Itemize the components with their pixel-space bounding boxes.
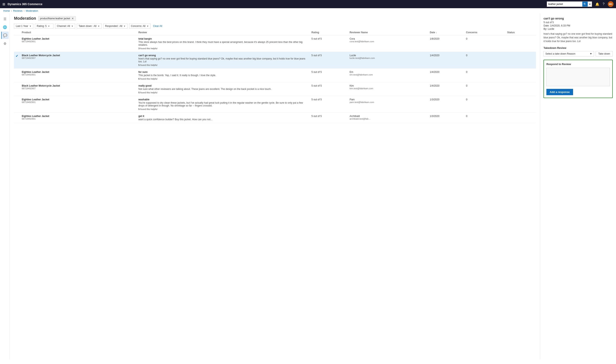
row-date: 1/3/2020 — [428, 113, 464, 123]
taken-down-filter-label: Taken down : All — [79, 25, 96, 27]
reviewer-email: lucile.test@fabrikam.com — [349, 57, 427, 59]
row-rating: 5 out of 5 — [310, 113, 348, 123]
product-name: Black Leather Motorcycle Jacket — [22, 54, 135, 57]
reviewer-name: Pam — [349, 98, 427, 101]
row-select-cell[interactable] — [14, 35, 20, 52]
table-row[interactable]: Eighties Leather Jacket68719492901washab… — [14, 96, 536, 113]
respond-section: Respond to Review Add a response — [544, 60, 613, 98]
row-status — [506, 68, 536, 82]
main-layout: ☰ 🌐 💬 ⚙ Moderation productName:leather j… — [0, 13, 616, 360]
col-date[interactable]: Date ↓ — [428, 30, 464, 35]
date-filter[interactable]: Last 1 Year ▼ — [14, 24, 33, 28]
panel-rating: 5 out of 5 — [544, 21, 613, 24]
top-search-bar: 🔍 ▼ — [547, 1, 592, 7]
col-rating: Rating — [310, 30, 348, 35]
reviewer-name: Kim — [349, 84, 427, 87]
table-row[interactable]: Eighties Leather Jacket68719492901total … — [14, 35, 536, 52]
panel-date: Date: 1/4/2020, 6:33 PM — [544, 24, 613, 27]
panel-by: By: Lucile — [544, 27, 613, 30]
sidebar-reviews-icon[interactable]: 💬 — [1, 32, 9, 39]
reviewer-email: em.test@fabrikam.com — [349, 73, 427, 76]
table-body: Eighties Leather Jacket68719492901total … — [14, 35, 536, 123]
product-id: 68719492907 — [22, 87, 135, 90]
avatar[interactable]: MG — [608, 1, 614, 7]
responded-filter-chevron: ▼ — [124, 25, 126, 27]
row-rating: 5 out of 5 — [310, 68, 348, 82]
review-body: This store always has the best prices on… — [138, 41, 308, 46]
breadcrumb-home[interactable]: Home — [3, 9, 10, 12]
row-status — [506, 52, 536, 68]
takedown-reason-select[interactable]: Select a take down Reason ▼ — [544, 51, 594, 56]
concerns-filter[interactable]: Concerns: All ▼ — [129, 24, 151, 28]
row-product: Eighties Leather Jacket68719492901 — [20, 68, 137, 82]
row-reviewer: Coracora.test@fabrikam.com — [348, 35, 428, 52]
filter-bar: Last 1 Year ▼ Rating: 5 ▼ Channel: All ▼… — [10, 22, 540, 30]
row-product: Black Leather Motorcycle Jacket687194929… — [20, 82, 137, 96]
grid-icon[interactable]: ⊞ — [2, 2, 5, 6]
row-status — [506, 96, 536, 113]
breadcrumb-sep-2: › — [24, 9, 25, 12]
channel-filter[interactable]: Channel: All ▼ — [55, 24, 75, 28]
top-search-dropdown[interactable]: ▼ — [588, 2, 592, 7]
clear-all-button[interactable]: Clear All — [153, 25, 162, 27]
col-status: Status — [506, 30, 536, 35]
row-status — [506, 35, 536, 52]
breadcrumb-moderation[interactable]: Moderation — [26, 9, 38, 12]
responded-filter[interactable]: Responded : All ▼ — [103, 24, 128, 28]
takedown-button[interactable]: Take down — [596, 51, 613, 56]
table-row[interactable]: Eighties Leather Jacket68719492901for su… — [14, 68, 536, 82]
app-title: Dynamics 365 Commerce — [8, 2, 544, 6]
taken-down-filter-chevron: ▼ — [98, 25, 100, 27]
row-concerns: 0 — [464, 113, 506, 123]
top-search-input[interactable] — [547, 3, 582, 6]
takedown-select-chevron: ▼ — [590, 52, 592, 55]
row-select-cell[interactable] — [14, 82, 20, 96]
top-search-button[interactable]: 🔍 — [582, 2, 588, 7]
row-select-cell[interactable] — [14, 96, 20, 113]
rating-filter[interactable]: Rating: 5 ▼ — [35, 24, 54, 28]
reviewer-name: Lucile — [349, 54, 427, 57]
col-product: Product — [20, 30, 137, 35]
review-body: want a quick confidence builder? Buy thi… — [138, 118, 308, 121]
row-select-cell[interactable]: ✔ — [14, 52, 20, 68]
takedown-section-title: Takedown Review — [544, 46, 613, 50]
row-status — [506, 113, 536, 123]
row-review: washableYou're supposed to dry clean the… — [137, 96, 310, 113]
row-select-cell[interactable] — [14, 68, 20, 82]
breadcrumb-sep-1: › — [11, 9, 12, 12]
row-review: get itwant a quick confidence builder? B… — [137, 113, 310, 123]
page-header: Moderation productName:leather jacket ✕ — [10, 13, 540, 22]
rating-filter-chevron: ▼ — [48, 25, 50, 27]
taken-down-filter[interactable]: Taken down : All ▼ — [77, 24, 102, 28]
filter-tag-close-icon[interactable]: ✕ — [71, 17, 74, 20]
review-body: This jacket is the bomb. Yep, I said it.… — [138, 74, 308, 77]
row-reviewer: Emem.test@fabrikam.com — [348, 68, 428, 82]
col-concerns: Concerns — [464, 30, 506, 35]
respond-textarea[interactable] — [546, 68, 610, 86]
sidebar-settings-icon[interactable]: ⚙ — [1, 40, 9, 47]
review-body: You're supposed to dry clean these jacke… — [138, 101, 308, 107]
bell-icon[interactable]: 🔔 — [595, 2, 599, 6]
sidebar-menu-icon[interactable]: ☰ — [1, 15, 9, 23]
panel-body: how's that saying go? no one ever got fi… — [544, 32, 613, 43]
table-row[interactable]: Eighties Leather Jacket68719492901get it… — [14, 113, 536, 123]
row-reviewer: Archibaldarchibald.test@fab... — [348, 113, 428, 123]
channel-filter-label: Channel: All — [57, 25, 70, 27]
table-row[interactable]: ✔Black Leather Motorcycle Jacket68719492… — [14, 52, 536, 68]
row-concerns: 0 — [464, 82, 506, 96]
row-select-cell[interactable] — [14, 113, 20, 123]
panel-review-title: can't go wrong — [544, 17, 613, 20]
review-body: Not sure what other reviewers are talkin… — [138, 88, 308, 91]
review-helpful: 5 found this helpful — [138, 91, 308, 94]
help-icon[interactable]: ? — [603, 2, 604, 6]
takedown-reason-placeholder: Select a take down Reason — [545, 52, 575, 55]
review-body: how's that saying go? no one ever got fi… — [138, 57, 308, 63]
review-helpful: 5 found this helpful — [138, 64, 308, 66]
table-row[interactable]: Black Leather Motorcycle Jacket687194929… — [14, 82, 536, 96]
row-concerns: 0 — [464, 52, 506, 68]
sidebar-globe-icon[interactable]: 🌐 — [1, 23, 9, 31]
reviews-table-container: Product Review Rating Reviewer Name Date… — [10, 30, 540, 360]
reviewer-email: pam.test@fabrikam.com — [349, 101, 427, 104]
add-response-button[interactable]: Add a response — [546, 89, 573, 95]
breadcrumb-reviews[interactable]: Reviews — [13, 9, 22, 12]
